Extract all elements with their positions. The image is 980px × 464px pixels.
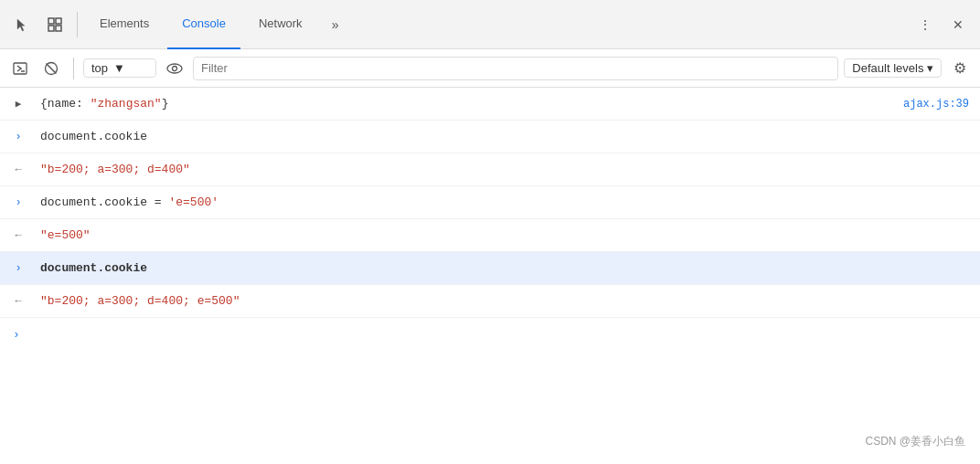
svg-rect-1 bbox=[56, 18, 61, 24]
kebab-menu-button[interactable]: ⋮ bbox=[911, 10, 940, 39]
layers-icon-button[interactable] bbox=[40, 10, 69, 39]
console-row-return-1: ← "b=200; a=300; d=400" bbox=[0, 153, 980, 186]
tab-console[interactable]: Console bbox=[167, 0, 240, 49]
default-levels-button[interactable]: Default levels ▾ bbox=[844, 58, 942, 78]
row-expand-icon[interactable]: ▶ bbox=[0, 98, 37, 110]
console-row-input-3: › document.cookie bbox=[0, 252, 980, 285]
console-row-input-1: › document.cookie bbox=[0, 121, 980, 153]
watermark: CSDN @姜香小白鱼 bbox=[865, 434, 965, 449]
row-arrow-left-2: ← bbox=[0, 229, 37, 242]
row-content-object: {name: "zhangsan"} bbox=[37, 93, 903, 115]
prompt-symbol[interactable]: › bbox=[13, 328, 20, 342]
eye-icon-button[interactable] bbox=[162, 56, 187, 81]
console-toolbar: top ▼ Default levels ▾ ⚙ bbox=[0, 49, 980, 88]
row-content-input-3: document.cookie bbox=[37, 258, 980, 279]
toolbar-separator-1 bbox=[77, 12, 78, 37]
svg-point-9 bbox=[173, 66, 177, 70]
clear-console-button[interactable] bbox=[38, 56, 64, 81]
console-output-area: ▶ {name: "zhangsan"} ajax.js:39 › docume… bbox=[0, 88, 980, 464]
console-row-object: ▶ {name: "zhangsan"} ajax.js:39 bbox=[0, 88, 980, 121]
row-content-return-3: "b=200; a=300; d=400; e=500" bbox=[37, 290, 980, 312]
svg-rect-2 bbox=[48, 26, 54, 31]
tab-elements[interactable]: Elements bbox=[85, 0, 164, 49]
svg-rect-0 bbox=[48, 18, 54, 24]
chevron-down-icon: ▼ bbox=[113, 61, 125, 75]
tab-network[interactable]: Network bbox=[244, 0, 317, 49]
default-levels-label: Default levels ▾ bbox=[852, 61, 933, 75]
svg-line-7 bbox=[47, 63, 57, 73]
console-row-return-2: ← "e=500" bbox=[0, 219, 980, 252]
row-file-link[interactable]: ajax.js:39 bbox=[903, 98, 969, 111]
settings-gear-button[interactable]: ⚙ bbox=[947, 56, 973, 81]
context-selector[interactable]: top ▼ bbox=[83, 58, 156, 78]
svg-rect-3 bbox=[56, 26, 61, 31]
context-value: top bbox=[91, 61, 108, 75]
console-output: ▶ {name: "zhangsan"} ajax.js:39 › docume… bbox=[0, 88, 980, 351]
console-row-input-2: › document.cookie = 'e=500' bbox=[0, 186, 980, 219]
svg-point-8 bbox=[167, 64, 182, 73]
devtools-toolbar: Elements Console Network » ⋮ ✕ bbox=[0, 0, 980, 49]
row-content-return-2: "e=500" bbox=[37, 225, 980, 247]
row-arrow-right-2: › bbox=[0, 196, 37, 209]
execute-script-button[interactable] bbox=[7, 56, 33, 81]
console-row-return-3: ← "b=200; a=300; d=400; e=500" bbox=[0, 285, 980, 318]
console-separator bbox=[73, 58, 74, 79]
row-content-input-2: document.cookie = 'e=500' bbox=[37, 192, 980, 214]
row-arrow-right-1: › bbox=[0, 131, 37, 143]
row-arrow-right-3: › bbox=[0, 262, 37, 275]
more-tabs-button[interactable]: » bbox=[321, 10, 350, 39]
filter-input[interactable] bbox=[193, 57, 838, 80]
close-devtools-button[interactable]: ✕ bbox=[943, 10, 973, 39]
row-content-return-1: "b=200; a=300; d=400" bbox=[37, 159, 980, 181]
row-arrow-left-1: ← bbox=[0, 163, 37, 176]
cursor-icon-button[interactable] bbox=[7, 10, 37, 39]
console-prompt-row: › bbox=[0, 318, 980, 351]
row-arrow-left-3: ← bbox=[0, 295, 37, 308]
row-content-input-1: document.cookie bbox=[37, 126, 980, 148]
